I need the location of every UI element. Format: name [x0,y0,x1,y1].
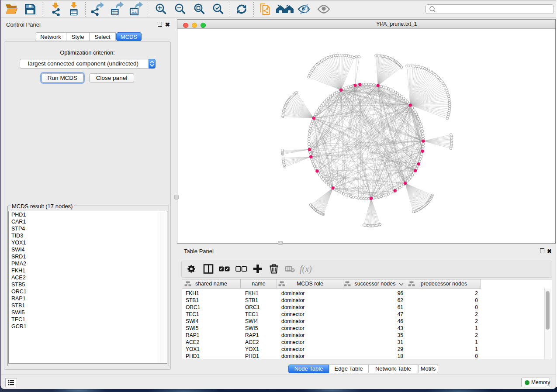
svg-text:f(x): f(x) [300,264,312,274]
